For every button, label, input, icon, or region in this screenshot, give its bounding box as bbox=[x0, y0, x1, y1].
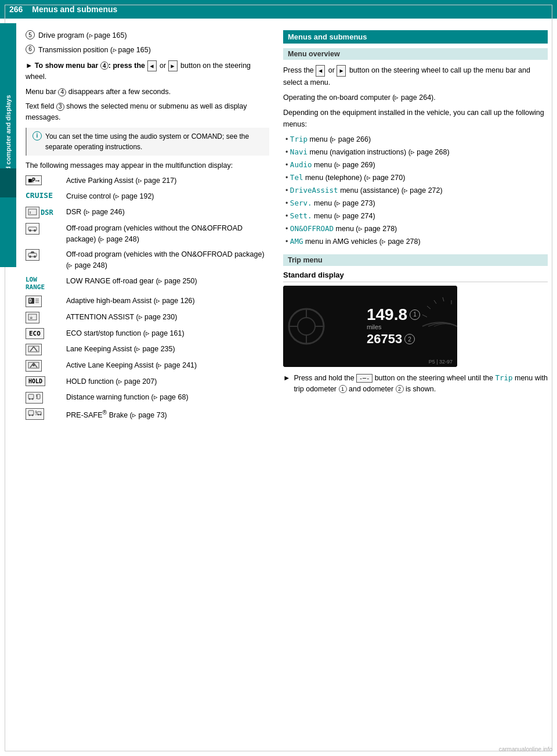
trip-data-overlay: 149.8 1 miles 26753 2 bbox=[320, 306, 420, 347]
svg-point-33 bbox=[40, 413, 42, 415]
lowrange-desc: LOW RANGE off-road gear (▹ page 250) bbox=[66, 276, 269, 287]
dsr-label: DSR bbox=[41, 208, 53, 217]
icon-row-hold: HOLD HOLD function (▹ page 207) bbox=[26, 376, 269, 387]
svg-point-23 bbox=[29, 398, 31, 399]
header-bar: 266 Menus and submenus bbox=[0, 0, 557, 19]
menu-item-audio: Audio menu (▹ page 269) bbox=[285, 159, 548, 171]
offroad2-icon-cell bbox=[26, 249, 66, 261]
attention-icon: ☕ bbox=[26, 312, 39, 323]
transmission-text: Transmission position (▹ page 165) bbox=[38, 45, 151, 56]
activelanekeep-icon-cell bbox=[26, 360, 66, 372]
subsection-header-overview: Menu overview bbox=[283, 48, 548, 60]
icon-row-distancewarn: ! Distance warning function (▹ page 68) bbox=[26, 392, 269, 404]
menu-item-trip: Trip menu (▹ page 266) bbox=[285, 134, 548, 145]
lanekeep-svg bbox=[28, 345, 39, 352]
svg-text:D: D bbox=[29, 298, 32, 304]
offroad1-desc: Off-road program (vehicles without the O… bbox=[66, 223, 269, 245]
page-number: 266 bbox=[9, 5, 23, 14]
standard-display-title: Standard display bbox=[283, 271, 548, 282]
svg-rect-26 bbox=[37, 394, 40, 399]
menu-overview-text1: Press the ◀ or ▶ button on the steering … bbox=[283, 64, 548, 88]
offroad1-car-svg bbox=[28, 225, 37, 232]
presafe-icon: ! bbox=[26, 408, 44, 420]
svg-point-6 bbox=[29, 255, 31, 258]
attention-svg: ☕ bbox=[28, 314, 37, 321]
svg-point-7 bbox=[34, 255, 36, 258]
dsr-svg-icon: ↕ bbox=[28, 208, 37, 215]
cruise-desc: Cruise control (▹ page 192) bbox=[66, 191, 269, 202]
menu-item-onoffroad: ON&OFFROAD menu (▹ page 278) bbox=[285, 223, 548, 235]
highbeam-icon-cell: D bbox=[26, 296, 66, 307]
watermark: carmanualonline.info bbox=[499, 746, 552, 753]
trip-display-image: 149.8 1 miles 26753 2 P5 | 32-97 bbox=[283, 286, 457, 367]
svg-text:☕: ☕ bbox=[30, 314, 33, 320]
following-text: The following messages may appear in the… bbox=[26, 160, 269, 171]
header-title: Menus and submenus bbox=[32, 5, 117, 14]
svg-point-29 bbox=[32, 414, 34, 416]
menu-overview-text2: Operating the on-board computer (▹ page … bbox=[283, 92, 548, 103]
trip-miles-label: miles bbox=[367, 323, 420, 330]
offroad1-icon bbox=[26, 223, 39, 235]
press-hold-text: Press and hold the ‑─‑ button on the ste… bbox=[294, 373, 548, 395]
highbeam-desc: Adaptive high-beam Assist (▹ page 126) bbox=[66, 296, 269, 307]
dsr-icon: ↕ bbox=[26, 207, 39, 218]
section-header-menus: Menus and submenus bbox=[283, 30, 548, 44]
svg-text:↕: ↕ bbox=[29, 210, 31, 215]
trip-total-odometer: 26753 2 bbox=[367, 332, 420, 347]
menu-bar-instruction: ► To show menu bar 4: press the ◀ or ▶ b… bbox=[26, 60, 269, 82]
trip-odometer-value: 149.8 1 bbox=[367, 306, 420, 324]
eco-icon: ECO bbox=[26, 328, 44, 339]
offroad2-icon bbox=[26, 249, 39, 261]
info-box: i You can set the time using the audio s… bbox=[26, 128, 269, 156]
cruise-text: CRUISE bbox=[26, 191, 53, 200]
border-bottom bbox=[5, 751, 552, 751]
eco-desc: ECO start/stop function (▹ page 161) bbox=[66, 328, 269, 339]
activelanekeep-desc: Active Lane Keeping Assist (▹ page 241) bbox=[66, 360, 269, 371]
info-text: You can set the time using the audio sys… bbox=[45, 131, 263, 152]
icon-row-activelanekeep: Active Lane Keeping Assist (▹ page 241) bbox=[26, 360, 269, 372]
svg-point-4 bbox=[34, 229, 36, 232]
image-caption: P5 | 32-97 bbox=[429, 359, 453, 365]
menu-item-sett: Sett. menu (▹ page 274) bbox=[285, 210, 548, 222]
svg-point-28 bbox=[29, 414, 31, 416]
active-sidebar-indicator bbox=[0, 168, 16, 197]
distancewarn-icon: ! bbox=[26, 392, 43, 404]
menu-overview-text3: Depending on the equipment installed in … bbox=[283, 107, 548, 130]
svg-point-21 bbox=[32, 364, 35, 366]
parking-desc: Active Parking Assist (▹ page 217) bbox=[66, 175, 269, 186]
icon-row-cruise: CRUISE Cruise control (▹ page 192) bbox=[26, 191, 269, 202]
parking-icon-cell: ■P⟶ bbox=[26, 175, 66, 185]
distancewarn-icon-cell: ! bbox=[26, 392, 66, 404]
hold-icon: HOLD bbox=[26, 376, 45, 386]
attention-desc: ATTENTION ASSIST (▹ page 230) bbox=[66, 312, 269, 323]
cruise-icon-cell: CRUISE bbox=[26, 191, 66, 200]
lanekeep-desc: Lane Keeping Assist (▹ page 235) bbox=[66, 344, 269, 355]
side-tab: On-board computer and displays bbox=[0, 23, 16, 267]
hold-icon-cell: HOLD bbox=[26, 376, 66, 386]
icon-row-dsr: ↕ DSR DSR (▹ page 246) bbox=[26, 207, 269, 218]
dsr-desc: DSR (▹ page 246) bbox=[66, 207, 269, 218]
dsr-icon-cell: ↕ DSR bbox=[26, 207, 66, 218]
icon-row-attention: ☕ ATTENTION ASSIST (▹ page 230) bbox=[26, 312, 269, 323]
highbeam-icon: D bbox=[26, 296, 42, 307]
menu-list: Trip menu (▹ page 266) Navi menu (naviga… bbox=[283, 134, 548, 247]
text-field-info: Text field 3 shows the selected menu or … bbox=[26, 101, 269, 123]
activelanekeep-svg bbox=[28, 362, 39, 369]
offroad2-desc: Off-road program (vehicles with the ON&O… bbox=[66, 249, 269, 271]
lanekeep-icon bbox=[26, 344, 42, 355]
icon-row-lanekeep: Lane Keeping Assist (▹ page 235) bbox=[26, 344, 269, 355]
icon-row-highbeam: D Adaptive high-beam Assist (▹ page 126) bbox=[26, 296, 269, 307]
lowrange-text: LOWRANGE bbox=[26, 276, 45, 291]
section-header-trip: Trip menu bbox=[283, 254, 548, 266]
hold-desc: HOLD function (▹ page 207) bbox=[66, 376, 269, 387]
icon-row-offroad1: Off-road program (vehicles without the O… bbox=[26, 223, 269, 245]
svg-point-32 bbox=[38, 413, 39, 415]
lowrange-icon-cell: LOWRANGE bbox=[26, 276, 66, 291]
num-6: 6 bbox=[26, 45, 35, 54]
svg-point-24 bbox=[32, 398, 34, 399]
highbeam-svg: D bbox=[28, 297, 39, 304]
trip-marker-1: 1 bbox=[410, 309, 420, 320]
icon-row-parking: ■P⟶ Active Parking Assist (▹ page 217) bbox=[26, 175, 269, 186]
distancewarn-svg: ! bbox=[28, 394, 41, 401]
distancewarn-desc: Distance warning function (▹ page 68) bbox=[66, 392, 269, 403]
